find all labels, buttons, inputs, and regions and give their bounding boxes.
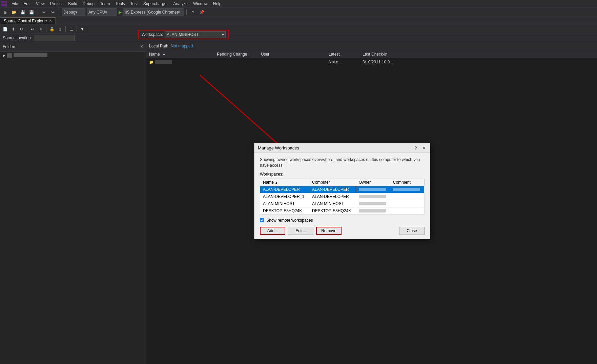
sc-sep-3 xyxy=(65,26,66,32)
menu-debug[interactable]: Debug xyxy=(80,1,97,7)
file-row-0[interactable]: 📁 Not d... 3/10/2011 10:0... xyxy=(146,58,597,66)
cpu-arrow-icon: ▾ xyxy=(105,10,107,15)
not-mapped-link[interactable]: Not mapped xyxy=(171,44,193,48)
col-user-header[interactable]: User xyxy=(258,52,326,57)
col-header-name[interactable]: Name ▲ xyxy=(260,179,309,186)
row-1-computer: ALAN-DEVELOPER xyxy=(309,193,356,200)
save-btn[interactable]: 💾 xyxy=(19,8,26,16)
add-button[interactable]: Add... xyxy=(260,227,285,235)
menu-window[interactable]: Window xyxy=(190,1,210,7)
row-0-owner-blurred xyxy=(359,188,386,191)
separator-3 xyxy=(186,9,187,15)
folders-close-btn[interactable]: ✕ xyxy=(140,44,143,49)
sc-refresh-btn[interactable]: ↻ xyxy=(18,25,25,33)
tab-source-control-explorer[interactable]: Source Control Explorer ✕ xyxy=(0,17,56,24)
sc-sep-5 xyxy=(88,26,88,32)
sc-lock-btn[interactable]: 🔒 xyxy=(48,25,56,33)
open-btn[interactable]: 📂 xyxy=(10,8,18,16)
col-header-owner[interactable]: Owner xyxy=(356,179,390,186)
attach-btn[interactable]: 📌 xyxy=(198,8,205,16)
sc-compare-btn[interactable]: ⚌ xyxy=(67,25,75,33)
col-latest-header[interactable]: Latest xyxy=(326,52,360,57)
separator-2 xyxy=(59,9,59,15)
local-path-label: Local Path: xyxy=(149,44,169,48)
tab-title: Source Control Explorer xyxy=(4,19,47,23)
show-remote-row: Show remote workspaces xyxy=(260,218,425,223)
row-1-owner xyxy=(356,193,390,200)
row-1-owner-blurred xyxy=(359,195,386,198)
menu-file[interactable]: File xyxy=(9,1,21,7)
menu-team[interactable]: Team xyxy=(97,1,112,7)
menu-test[interactable]: Test xyxy=(128,1,141,7)
undo-btn[interactable]: ↩ xyxy=(40,8,48,16)
col-header-comment[interactable]: Comment xyxy=(390,179,424,186)
menu-build[interactable]: Build xyxy=(65,1,80,7)
modal-title-bar: Manage Workspaces ? ✕ xyxy=(254,143,430,153)
play-icon: ▶ xyxy=(119,10,122,15)
sc-toolbar: 📄 ⬆ ↻ ↩ ✕ 🔒 ℹ ⚌ ▼ Workspace: ALAN-MINIHO… xyxy=(0,24,597,34)
folder-item-root[interactable]: ▶ xyxy=(0,52,146,59)
sc-new-btn[interactable]: 📄 xyxy=(1,25,9,33)
col-name-header[interactable]: Name ▲ xyxy=(146,52,214,57)
table-header-row: Name ▲ Computer Owner Comment xyxy=(260,179,425,186)
modal-help-btn[interactable]: ? xyxy=(413,145,418,151)
row-0-computer: ALAN-DEVELOPER xyxy=(309,186,356,193)
file-icon: 📁 xyxy=(149,60,154,64)
menu-edit[interactable]: Edit xyxy=(21,1,33,7)
table-row-3[interactable]: DESKTOP-E8HQ24K DESKTOP-E8HQ24K xyxy=(260,207,425,214)
debug-dropdown[interactable]: Debug ▾ xyxy=(62,8,85,16)
source-location-input[interactable] xyxy=(34,35,75,41)
main-toolbar: ⊕ 📂 💾 💾 ↩ ↪ Debug ▾ Any CPU ▾ ▶ IIS Expr… xyxy=(0,7,597,17)
run-button[interactable]: ▶ IIS Express (Google Chrome) ▾ xyxy=(119,8,184,16)
col-pending-header[interactable]: Pending Change xyxy=(214,52,258,57)
file-row-checkin: 3/10/2011 10:0... xyxy=(360,60,597,64)
show-remote-label: Show remote workspaces xyxy=(266,218,313,223)
refresh-btn[interactable]: ↻ xyxy=(189,8,197,16)
svg-rect-1 xyxy=(4,1,7,3)
workspaces-section-label: Workspaces: xyxy=(260,172,425,177)
sc-properties-btn[interactable]: ℹ xyxy=(56,25,64,33)
folder-name-blurred xyxy=(14,53,47,57)
menu-analyze[interactable]: Analyze xyxy=(170,1,190,7)
menu-view[interactable]: View xyxy=(33,1,47,7)
workspace-dropdown[interactable]: ALAN-MINIHOST ▾ xyxy=(165,31,226,38)
tab-close-icon[interactable]: ✕ xyxy=(49,19,52,23)
iis-label: IIS Express (Google Chrome) xyxy=(125,10,178,15)
edit-button[interactable]: Edit... xyxy=(288,227,313,235)
redo-btn[interactable]: ↪ xyxy=(49,8,57,16)
row-2-computer: ALAN-MINIHOST xyxy=(309,200,356,207)
modal-title: Manage Workspaces xyxy=(258,145,299,150)
new-project-btn[interactable]: ⊕ xyxy=(1,8,9,16)
workspace-label: Workspace: xyxy=(142,32,163,37)
folders-panel: Folders ✕ ▶ xyxy=(0,42,146,364)
sc-undo-btn[interactable]: ↩ xyxy=(29,25,36,33)
iis-dropdown[interactable]: IIS Express (Google Chrome) ▾ xyxy=(123,8,184,16)
table-row-2[interactable]: ALAN-MINIHOST ALAN-MINIHOST xyxy=(260,200,425,207)
sc-checkin-btn[interactable]: ⬆ xyxy=(9,25,17,33)
menu-supercharger[interactable]: Supercharger xyxy=(141,1,171,7)
menu-project[interactable]: Project xyxy=(47,1,65,7)
table-row-1[interactable]: ALAN-DEVELOPER_1 ALAN-DEVELOPER xyxy=(260,193,425,200)
sc-filter-btn[interactable]: ▼ xyxy=(79,25,86,33)
row-0-name: ALAN-DEVELOPER xyxy=(260,186,309,193)
modal-title-icons: ? ✕ xyxy=(413,145,427,151)
save-all-btn[interactable]: 💾 xyxy=(28,8,35,16)
remove-button[interactable]: Remove xyxy=(316,227,342,235)
file-row-latest: Not d... xyxy=(326,60,360,64)
show-remote-checkbox[interactable] xyxy=(260,218,264,222)
source-location-bar: Source location: xyxy=(0,34,597,42)
sc-delete-btn[interactable]: ✕ xyxy=(37,25,44,33)
close-button[interactable]: Close xyxy=(399,227,425,235)
col-name-sort-icon: ▲ xyxy=(275,181,278,184)
row-0-owner xyxy=(356,186,390,193)
col-header-computer[interactable]: Computer xyxy=(309,179,356,186)
folder-expand-icon: ▶ xyxy=(3,54,5,57)
svg-rect-0 xyxy=(1,1,4,3)
col-checkin-header[interactable]: Last Check-in xyxy=(360,52,597,57)
modal-close-btn[interactable]: ✕ xyxy=(421,145,427,151)
table-row-0[interactable]: ALAN-DEVELOPER ALAN-DEVELOPER xyxy=(260,186,425,193)
cpu-dropdown[interactable]: Any CPU ▾ xyxy=(87,8,117,16)
tab-bar: Source Control Explorer ✕ xyxy=(0,17,597,24)
menu-help[interactable]: Help xyxy=(210,1,224,7)
menu-tools[interactable]: Tools xyxy=(113,1,128,7)
